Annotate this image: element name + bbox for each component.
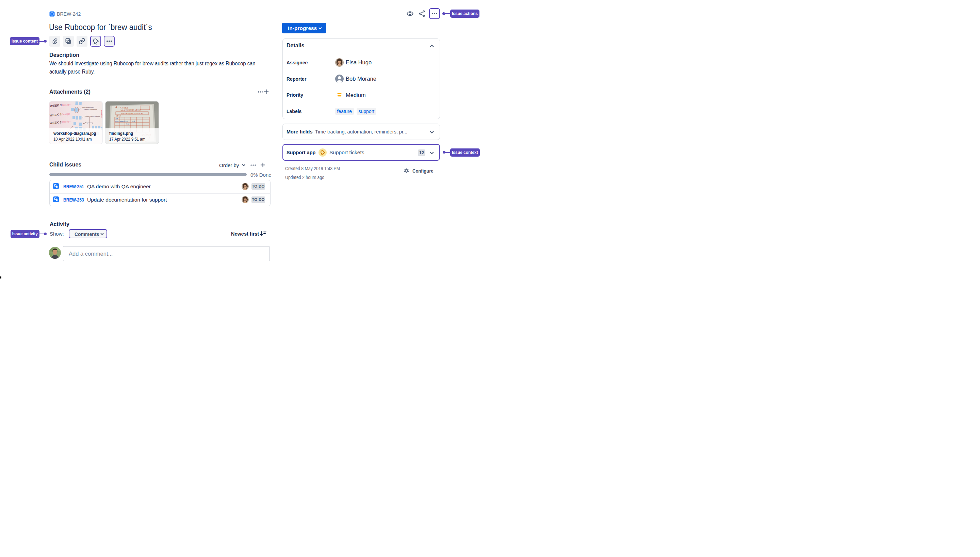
svg-text:一 凡 大 酒 店 ...: 一 凡 大 酒 店 ... xyxy=(118,107,130,109)
svg-text::Design: :Design xyxy=(61,103,71,107)
svg-text:Create Futures tracking: Create Futures tracking xyxy=(85,116,101,117)
svg-text:- Lendel + Bexthorne: - Lendel + Bexthorne xyxy=(83,109,97,110)
svg-text:WEEK 3: WEEK 3 xyxy=(50,103,62,108)
svg-text:PHASE D: PHASE D xyxy=(101,110,102,118)
svg-text:品名: 品名 xyxy=(115,118,118,119)
svg-text::Design: :Design xyxy=(61,120,71,124)
svg-text:WEEK 5: WEEK 5 xyxy=(49,121,62,125)
svg-text:发票号码: 发票号码 xyxy=(116,115,121,117)
svg-text:金额: 金额 xyxy=(132,121,135,122)
svg-text:WEEK 4: WEEK 4 xyxy=(49,113,61,117)
svg-text:单价: 单价 xyxy=(126,123,129,125)
svg-text::Design: :Design xyxy=(60,112,70,116)
svg-text:Engineering: Engineering xyxy=(85,122,93,124)
svg-text:知本老爷大酒店股份有限公司: 知本老爷大酒店股份有限公司 xyxy=(120,109,141,111)
svg-text:Infrastructure Res:: Infrastructure Res: xyxy=(82,107,94,108)
svg-text:电子计算机统一发票(INVOICE): 电子计算机统一发票(INVOICE) xyxy=(121,112,143,115)
